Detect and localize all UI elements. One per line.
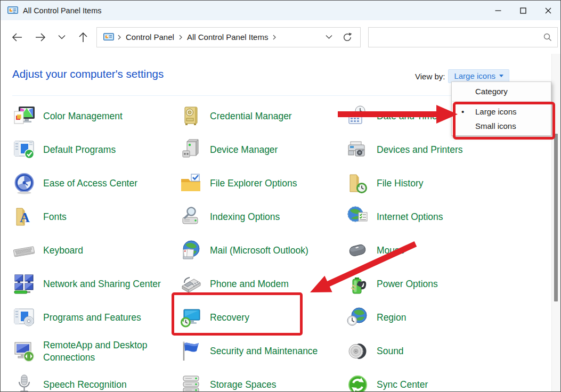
menu-item-label: Category: [475, 87, 508, 96]
cp-item-label: Recovery: [210, 312, 249, 323]
minimize-button[interactable]: [485, 1, 510, 20]
sync-center-icon: [346, 373, 370, 392]
security-and-maintenance-icon: [179, 339, 203, 363]
cp-item-remoteapp[interactable]: RemoteApp and Desktop Connections: [12, 339, 179, 363]
maximize-icon: [520, 7, 526, 14]
menu-item-label: Small icons: [475, 121, 516, 130]
menu-item-category[interactable]: Category: [452, 84, 551, 99]
mouse-icon: [346, 239, 370, 263]
menu-separator: [452, 101, 550, 102]
programs-and-features-icon: [12, 306, 36, 330]
page-title: Adjust your computer's settings: [12, 68, 164, 80]
cp-item-label: Ease of Access Center: [43, 177, 137, 189]
selected-bullet-icon: •: [461, 104, 464, 119]
cp-item-label: Power Options: [377, 278, 438, 290]
device-manager-icon: [179, 138, 203, 162]
vertical-scrollbar[interactable]: [551, 54, 560, 391]
file-history-icon: [346, 172, 370, 195]
cp-item-label: Storage Spaces: [210, 379, 277, 390]
refresh-icon[interactable]: [342, 32, 353, 43]
recent-locations-button[interactable]: [54, 27, 70, 48]
cp-item-label: Device Manager: [210, 144, 278, 156]
cp-item-programs-and-features[interactable]: Programs and Features: [12, 306, 179, 330]
cp-item-label: RemoteApp and Desktop Connections: [43, 339, 165, 363]
cp-item-label: Internet Options: [377, 211, 443, 223]
cp-item-recovery[interactable]: Recovery: [179, 306, 346, 330]
search-box: [368, 27, 558, 47]
cp-item-label: Date and Time: [377, 110, 437, 122]
phone-and-modem-icon: [179, 272, 203, 296]
cp-item-label: File Explorer Options: [210, 177, 297, 189]
cp-item-ease-of-access[interactable]: Ease of Access Center: [12, 172, 179, 195]
window-controls: [485, 1, 560, 20]
menu-item-small-icons[interactable]: Small icons: [452, 119, 551, 133]
internet-options-icon: [346, 205, 370, 229]
menu-item-large-icons[interactable]: • Large icons: [452, 104, 551, 119]
cp-item-phone-and-modem[interactable]: Phone and Modem: [179, 272, 346, 296]
cp-item-fonts[interactable]: A Fonts: [12, 205, 179, 229]
close-button[interactable]: [535, 1, 560, 20]
back-button[interactable]: [7, 27, 27, 48]
cp-item-sync-center[interactable]: Sync Center: [346, 373, 539, 392]
cp-item-file-history[interactable]: File History: [346, 172, 539, 195]
cp-item-mouse[interactable]: Mouse: [346, 239, 539, 263]
cp-item-region[interactable]: Region: [346, 306, 539, 330]
back-icon: [11, 32, 23, 43]
cp-item-storage-spaces[interactable]: Storage Spaces: [179, 373, 346, 392]
date-and-time-icon: [346, 104, 370, 128]
cp-item-label: Default Programs: [43, 144, 116, 156]
cp-item-power-options[interactable]: Power Options: [346, 272, 539, 296]
cp-item-speech-recognition[interactable]: Speech Recognition: [12, 373, 179, 392]
control-panel-icon: [7, 6, 18, 15]
cp-item-internet-options[interactable]: Internet Options: [346, 205, 539, 229]
breadcrumb-control-panel[interactable]: Control Panel: [123, 32, 177, 42]
search-input[interactable]: [369, 28, 543, 47]
breadcrumb-separator-icon: [116, 34, 123, 40]
cp-item-default-programs[interactable]: Default Programs: [12, 138, 179, 162]
cp-item-mail[interactable]: Mail (Microsoft Outlook): [179, 239, 346, 263]
network-sharing-icon: [12, 272, 36, 296]
search-icon: [543, 33, 552, 42]
cp-item-sound[interactable]: Sound: [346, 339, 539, 363]
control-panel-items-grid: Color Management Credential Manager: [12, 100, 539, 392]
maximize-button[interactable]: [510, 1, 535, 20]
caret-down-icon: [499, 75, 503, 77]
cp-item-keyboard[interactable]: Keyboard: [12, 239, 179, 263]
indexing-options-icon: [179, 205, 203, 229]
sound-icon: [346, 339, 370, 363]
svg-text:A: A: [20, 210, 30, 225]
mail-icon: [179, 239, 203, 263]
breadcrumb-separator-icon: [271, 34, 278, 40]
cp-item-credential-manager[interactable]: Credential Manager: [179, 104, 346, 128]
scrollbar-thumb[interactable]: [554, 134, 558, 301]
up-button[interactable]: [73, 27, 93, 48]
breadcrumb-all-control-panel-items[interactable]: All Control Panel Items: [184, 32, 272, 42]
cp-item-label: Programs and Features: [43, 312, 141, 323]
minimize-icon: [495, 7, 501, 14]
speech-recognition-icon: [12, 373, 36, 392]
color-management-icon: [12, 104, 36, 128]
cp-item-label: Devices and Printers: [377, 144, 462, 156]
cp-item-file-explorer-options[interactable]: File Explorer Options: [179, 172, 346, 195]
cp-item-indexing-options[interactable]: Indexing Options: [179, 205, 346, 229]
cp-item-devices-and-printers[interactable]: Devices and Printers: [346, 138, 539, 162]
file-explorer-options-icon: [179, 172, 203, 195]
power-options-icon: [346, 272, 370, 296]
remoteapp-icon: [12, 339, 36, 363]
cp-item-network-sharing[interactable]: Network and Sharing Center: [12, 272, 179, 296]
fonts-icon: A: [12, 205, 36, 229]
cp-item-security-and-maintenance[interactable]: Security and Maintenance: [179, 339, 346, 363]
cp-item-label: File History: [377, 177, 424, 189]
cp-item-label: Region: [377, 312, 406, 323]
ease-of-access-icon: [12, 172, 36, 195]
forward-button[interactable]: [30, 27, 51, 48]
navigation-bar: Control Panel All Control Panel Items: [1, 20, 560, 54]
cp-item-label: Color Management: [43, 110, 123, 122]
address-dropdown-icon[interactable]: [326, 35, 332, 39]
cp-item-color-management[interactable]: Color Management: [12, 104, 179, 128]
cp-item-label: Indexing Options: [210, 211, 280, 223]
breadcrumb-control-panel-icon: [103, 33, 114, 42]
window-title: All Control Panel Items: [23, 6, 101, 15]
close-icon: [545, 7, 551, 14]
cp-item-device-manager[interactable]: Device Manager: [179, 138, 346, 162]
